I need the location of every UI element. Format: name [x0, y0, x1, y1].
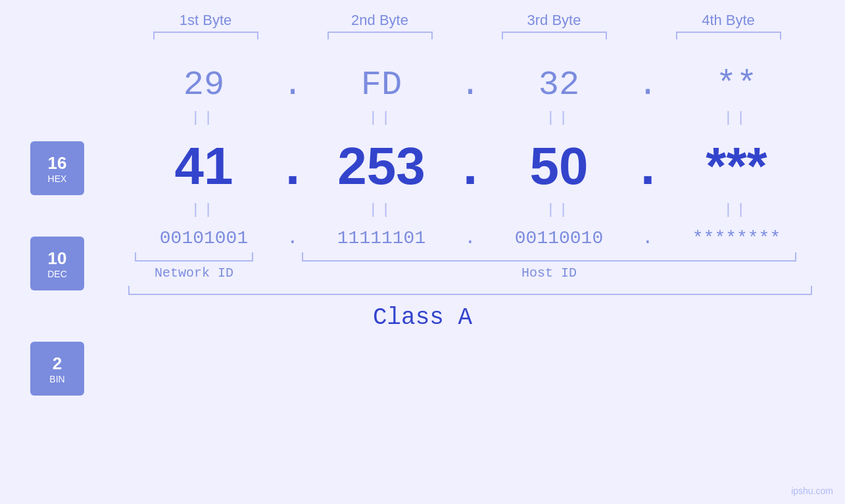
bin-value-row: 00101001 . 11111101 . 00110010 . *******…	[0, 228, 845, 248]
bin-byte3: 00110010	[483, 228, 635, 248]
dec-dot1: .	[279, 136, 306, 196]
bracket-3	[489, 32, 620, 39]
full-bottom-bracket	[128, 286, 812, 295]
dec-byte3: 50	[483, 136, 635, 196]
eq2-b4: ||	[661, 202, 812, 218]
hex-byte2: FD	[306, 66, 457, 104]
hex-byte1: 29	[128, 66, 279, 104]
byte3-header: 3rd Byte	[489, 12, 620, 29]
bin-dot1: .	[279, 228, 306, 248]
hex-dot1: .	[279, 66, 306, 104]
eq1-b3: ||	[483, 110, 635, 126]
network-id-section: Network ID	[128, 252, 260, 281]
equals-row-2: || || || ||	[128, 202, 812, 218]
hex-cells: 29 . FD . 32 . **	[128, 66, 812, 104]
byte-headers: 1st Byte 2nd Byte 3rd Byte 4th Byte	[118, 12, 815, 29]
dec-byte2: 253	[306, 136, 457, 196]
host-id-section: Host ID	[286, 252, 812, 281]
eq2-b3: ||	[483, 202, 635, 218]
byte2-header: 2nd Byte	[314, 12, 446, 29]
eq1-b1: ||	[128, 110, 279, 126]
network-id-bracket	[135, 252, 253, 262]
eq2-b1: ||	[128, 202, 279, 218]
hex-dot2: .	[457, 66, 483, 104]
dec-byte1: 41	[128, 136, 279, 196]
main-grid: 16 HEX 29 . FD . 32 . ** || || || ||	[0, 46, 845, 504]
dec-byte4: ***	[661, 136, 812, 196]
bracket-4	[663, 32, 794, 39]
hex-byte3: 32	[483, 66, 635, 104]
eq1-b2: ||	[306, 110, 457, 126]
dec-dot3: .	[635, 136, 661, 196]
main-container: 1st Byte 2nd Byte 3rd Byte 4th Byte 16 H…	[0, 0, 845, 504]
class-label-row: Class A	[0, 299, 845, 331]
bracket-1	[140, 32, 272, 39]
top-brackets	[118, 32, 815, 39]
hex-value-row: 29 . FD . 32 . **	[0, 66, 845, 104]
hex-byte4: **	[661, 66, 812, 104]
eq1-b4: ||	[661, 110, 812, 126]
hex-dot3: .	[635, 66, 661, 104]
bin-cells: 00101001 . 11111101 . 00110010 . *******…	[128, 228, 812, 248]
byte4-header: 4th Byte	[663, 12, 794, 29]
equals-row-1: || || || ||	[128, 110, 812, 126]
id-brackets-row: Network ID Host ID	[128, 252, 812, 281]
host-id-bracket	[302, 252, 796, 262]
bin-byte2: 11111101	[306, 228, 457, 248]
bin-dot3: .	[635, 228, 661, 248]
bin-byte4: ********	[661, 228, 812, 248]
bin-base-label: 2 BIN	[30, 342, 84, 396]
dec-cells: 41 . 253 . 50 . ***	[128, 136, 812, 196]
dec-dot2: .	[457, 136, 483, 196]
dec-value-row: 41 . 253 . 50 . ***	[0, 136, 845, 196]
eq2-b2: ||	[306, 202, 457, 218]
network-id-label: Network ID	[155, 265, 233, 281]
bracket-2	[314, 32, 446, 39]
watermark: ipshu.com	[791, 486, 833, 496]
class-label: Class A	[373, 304, 472, 331]
host-id-label: Host ID	[521, 265, 577, 281]
bin-dot2: .	[457, 228, 483, 248]
byte1-header: 1st Byte	[140, 12, 272, 29]
bin-byte1: 00101001	[128, 228, 279, 248]
